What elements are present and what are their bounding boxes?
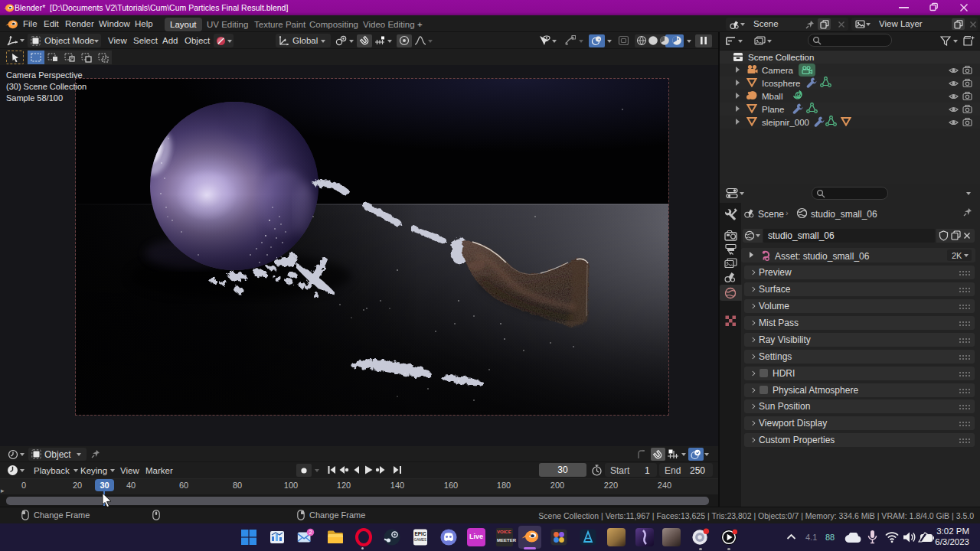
svg-text:B: B xyxy=(797,93,801,98)
svg-text:EPIC: EPIC xyxy=(414,531,426,536)
svg-text:GAMES: GAMES xyxy=(414,538,426,542)
svg-text:2: 2 xyxy=(309,529,312,536)
